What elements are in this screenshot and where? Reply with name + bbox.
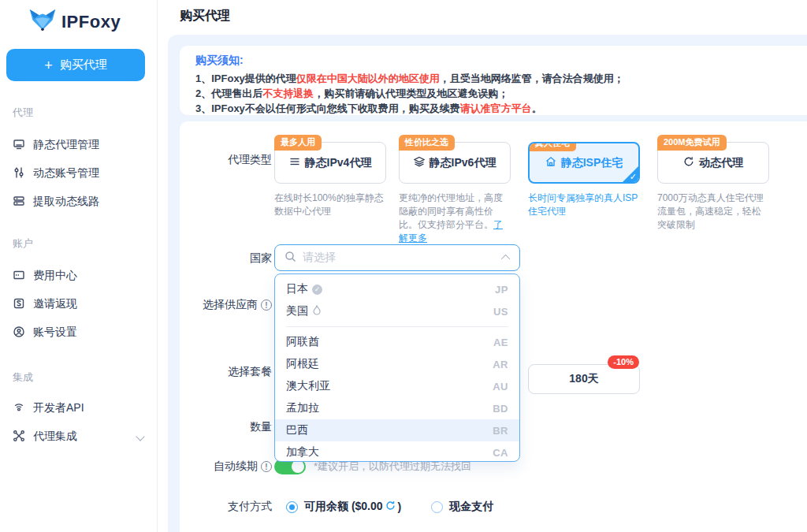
country-name: 美国 <box>286 304 308 318</box>
refresh-icon <box>683 156 694 169</box>
card-title: 静态IPv4代理 <box>305 156 372 170</box>
payment-option-text: ) <box>398 500 402 513</box>
nav-section-proxy: 代理 <box>13 106 33 120</box>
country-code: BR <box>493 425 508 437</box>
integration-icon <box>13 430 25 445</box>
country-option-au[interactable]: 澳大利亚 AU <box>275 375 519 397</box>
proxy-card-ipv4[interactable]: 最多人用 静态IPv4代理 <box>274 142 386 184</box>
page-title: 购买代理 <box>180 8 230 24</box>
proxy-card-ipv6[interactable]: 性价比之选 静态IPv6代理 <box>399 142 511 184</box>
sliders-icon <box>13 166 25 181</box>
content-panel: 购买须知: 1、IPFoxy提供的代理仅限在中国大陆以外的地区使用，且受当地网络… <box>168 35 807 532</box>
nav-section-account: 账户 <box>13 236 33 251</box>
card-description: 7000万动态真人住宅代理流量包，高速稳定，轻松突破限制 <box>657 192 769 232</box>
notice-red-text: 不支持退换 <box>262 87 314 99</box>
notice-line: 1、IPFoxy提供的代理仅限在中国大陆以外的地区使用，且受当地网络监管，请合法… <box>195 71 807 86</box>
api-broadcast-icon <box>13 401 25 416</box>
sidebar-item-invite-rebate[interactable]: 邀请返现 <box>13 296 147 313</box>
notice-title: 购买须知: <box>195 54 807 68</box>
proxy-card-dynamic[interactable]: 200M免费试用 动态代理 <box>657 142 769 184</box>
sidebar-item-label: 开发者API <box>33 401 84 415</box>
country-option-ca[interactable]: 加拿大 CA <box>275 441 519 463</box>
country-name: 阿根廷 <box>286 357 319 371</box>
country-label: 国家 <box>180 251 272 266</box>
card-title: 静态ISP住宅 <box>561 156 623 170</box>
country-code: JP <box>495 284 508 296</box>
credit-card-icon <box>13 269 25 284</box>
sidebar-item-dynamic-account[interactable]: 动态账号管理 <box>13 165 147 182</box>
notice-text: ，购买前请确认代理类型及地区避免误购； <box>314 87 508 99</box>
radio-selected-icon[interactable] <box>286 501 298 513</box>
sidebar-item-billing-center[interactable]: 费用中心 <box>13 267 147 285</box>
plus-icon: + <box>44 58 53 73</box>
home-icon <box>545 156 556 169</box>
notice-text: ，且受当地网络监管，请合法合规使用； <box>440 73 624 84</box>
card-title: 静态IPv6代理 <box>430 156 496 170</box>
nav-section-integration: 集成 <box>13 370 33 385</box>
sidebar-item-label: 提取动态线路 <box>33 195 99 209</box>
sidebar-item-developer-api[interactable]: 开发者API <box>13 400 147 417</box>
plan-label: 选择套餐 <box>180 365 272 379</box>
card-title: 动态代理 <box>699 156 743 170</box>
country-select-input[interactable]: 请选择 <box>274 244 520 271</box>
country-option-us[interactable]: 美国 US <box>275 300 519 322</box>
user-circle-icon <box>13 326 25 340</box>
country-code: CA <box>493 447 508 459</box>
chevron-down-icon[interactable] <box>136 432 144 441</box>
sidebar-item-label: 代理集成 <box>33 430 77 444</box>
supplier-label: 选择供应商! <box>180 298 272 312</box>
country-option-jp[interactable]: 日本✓ JP <box>275 278 519 300</box>
refresh-balance-icon[interactable] <box>385 500 396 513</box>
monitor-icon <box>13 138 25 153</box>
sidebar-item-static-proxy[interactable]: 静态代理管理 <box>13 136 147 154</box>
notice-text: 3、IPFoxy不会以任何形式向您线下收取费用，购买及续费 <box>195 102 460 114</box>
server-icon <box>13 195 25 210</box>
notice-text: 2、代理售出后 <box>195 87 262 99</box>
buy-proxy-button-label: 购买代理 <box>60 58 107 73</box>
country-code: BD <box>493 403 508 415</box>
sidebar-item-proxy-integration[interactable]: 代理集成 <box>13 428 147 445</box>
quantity-label: 数量 <box>180 420 272 434</box>
sidebar-item-label: 动态账号管理 <box>33 166 99 180</box>
buy-proxy-button[interactable]: + 购买代理 <box>6 49 145 81</box>
proxy-card-isp[interactable]: 真人住宅 静态ISP住宅 ✓ <box>528 142 640 184</box>
sidebar-item-extract-lines[interactable]: 提取动态线路 <box>13 193 147 210</box>
plan-option-180d[interactable]: 180天 -10% <box>528 364 640 394</box>
discount-badge: -10% <box>608 355 639 369</box>
purchase-form: 代理类型 最多人用 静态IPv4代理 性价比之选 静态IPv6代理 真人住宅 静… <box>180 121 807 532</box>
payment-option-text: 现金支付 <box>449 500 493 514</box>
country-select-placeholder: 请选择 <box>303 251 497 265</box>
radio-unselected-icon[interactable] <box>431 501 443 513</box>
sidebar: IPFoxy + 购买代理 代理 静态代理管理 动态账号管理 提取动态线路 账户… <box>0 0 158 532</box>
country-option-br[interactable]: 巴西 BR <box>275 419 519 441</box>
country-option-ae[interactable]: 阿联酋 AE <box>275 331 519 353</box>
notice-text: 。 <box>532 102 542 114</box>
plan-option-label: 180天 <box>569 372 598 386</box>
notice-line: 3、IPFoxy不会以任何形式向您线下收取费用，购买及续费请认准官方平台。 <box>195 101 807 116</box>
card-badge: 最多人用 <box>274 135 322 151</box>
payment-option-cash[interactable]: 现金支付 <box>431 500 493 514</box>
info-icon[interactable]: ! <box>261 461 272 472</box>
card-description: 在线时长100%的独享静态数据中心代理 <box>274 192 386 218</box>
rows-icon <box>289 156 300 169</box>
sidebar-item-label: 费用中心 <box>33 269 77 283</box>
country-name: 孟加拉 <box>286 401 319 415</box>
check-icon: ✓ <box>630 172 637 182</box>
chevron-up-icon[interactable] <box>501 255 510 263</box>
fox-logo-icon <box>28 8 57 35</box>
sidebar-item-label: 静态代理管理 <box>33 138 99 152</box>
card-description: 长时间专属独享的真人ISP住宅代理 <box>528 192 640 218</box>
country-option-bd[interactable]: 孟加拉 BD <box>275 397 519 419</box>
payment-option-balance[interactable]: 可用余额 ($0.00) <box>286 500 401 514</box>
info-icon[interactable]: ! <box>261 299 272 311</box>
search-icon <box>284 251 296 266</box>
dropdown-divider <box>286 326 508 327</box>
country-name: 阿联酋 <box>286 335 319 349</box>
notice-text: 1、IPFoxy提供的代理 <box>195 73 296 84</box>
sidebar-item-account-settings[interactable]: 账号设置 <box>13 324 147 341</box>
country-option-ar[interactable]: 阿根廷 AR <box>275 353 519 375</box>
main-header: 购买代理 <box>158 0 807 35</box>
country-name: 加拿大 <box>286 445 319 459</box>
country-name: 澳大利亚 <box>286 379 330 393</box>
sidebar-item-label: 邀请返现 <box>33 297 77 311</box>
